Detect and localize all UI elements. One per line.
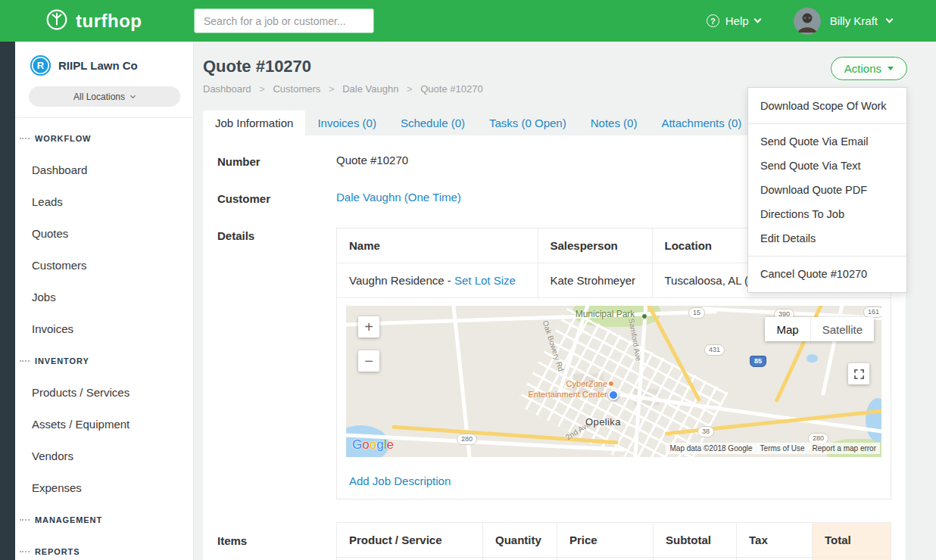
- sidebar-section-label: REPORTS: [35, 547, 80, 556]
- city-label: Opelika: [585, 416, 621, 428]
- tab-attachments[interactable]: Attachments (0): [649, 110, 753, 135]
- items-table-row: [337, 558, 891, 560]
- search-input[interactable]: [194, 8, 374, 33]
- route-shield: 15: [688, 307, 705, 319]
- sidebar-section-management: MANAGEMENT: [15, 504, 193, 536]
- dashes-icon: [20, 551, 30, 552]
- menu-item-download-quote-pdf[interactable]: Download Quote PDF: [748, 178, 906, 202]
- fullscreen-icon: [854, 369, 864, 379]
- number-label: Number: [217, 154, 336, 168]
- sidebar-item-jobs[interactable]: Jobs: [15, 282, 193, 313]
- chevron-down-icon: [753, 16, 761, 23]
- terms-of-use-link[interactable]: Terms of Use: [760, 444, 805, 453]
- breadcrumb-separator: >: [259, 83, 265, 95]
- top-bar: turfhop ? Help Billy Kraft: [0, 0, 936, 42]
- items-row: Items Product / Service Quantity Price S…: [203, 522, 906, 560]
- property-name: Vaughn Residence -: [349, 274, 451, 287]
- menu-divider: [748, 123, 906, 124]
- sidebar-item-assets-equipment[interactable]: Assets / Equipment: [15, 409, 193, 440]
- poi-icon: [608, 381, 614, 387]
- items-header-tax: Tax: [737, 523, 813, 558]
- main-content: Quote #10270 Dashboard > Customers > Dal…: [194, 42, 936, 560]
- menu-item-download-scope-of-work[interactable]: Download Scope Of Work: [748, 94, 906, 118]
- tab-job-information[interactable]: Job Information: [203, 110, 305, 135]
- plus-icon: +: [364, 319, 373, 336]
- report-map-error-link[interactable]: Report a map error: [813, 444, 876, 453]
- brand-name: turfhop: [76, 11, 142, 32]
- dashes-icon: [20, 519, 30, 521]
- park-label: Municipal Park: [575, 309, 635, 319]
- help-label: Help: [725, 14, 749, 27]
- breadcrumb-customers[interactable]: Customers: [273, 83, 320, 95]
- add-job-description-row: Add Job Description: [337, 465, 891, 499]
- google-map[interactable]: Municipal Park Samford Ave Oak Bowery Rd…: [346, 306, 881, 457]
- tab-tasks[interactable]: Tasks (0 Open): [477, 110, 579, 135]
- set-lot-size-link[interactable]: Set Lot Size: [454, 274, 516, 287]
- sidebar-section-workflow: WORKFLOW: [15, 123, 193, 154]
- sidebar-item-dashboard[interactable]: Dashboard: [15, 154, 193, 186]
- sidebar-item-invoices[interactable]: Invoices: [15, 313, 193, 345]
- map-view-button[interactable]: Map: [765, 317, 810, 341]
- menu-item-directions-to-job[interactable]: Directions To Job: [748, 202, 906, 226]
- breadcrumb-dashboard[interactable]: Dashboard: [203, 83, 251, 95]
- menu-item-send-quote-via-text[interactable]: Send Quote Via Text: [748, 154, 906, 178]
- actions-dropdown-menu: Download Scope Of Work Send Quote Via Em…: [747, 87, 907, 293]
- turfhop-logo-icon: [45, 8, 68, 34]
- sidebar-edge-strip: [0, 42, 15, 560]
- google-logo[interactable]: Google: [352, 437, 394, 453]
- add-job-description-link[interactable]: Add Job Description: [349, 474, 451, 487]
- actions-button[interactable]: Actions: [831, 57, 907, 80]
- location-filter-dropdown[interactable]: All Locations: [29, 86, 180, 107]
- breadcrumb-separator: >: [329, 83, 335, 95]
- items-header-quantity: Quantity: [483, 523, 557, 558]
- breadcrumb-current: Quote #10270: [420, 83, 482, 95]
- breadcrumb-separator: >: [407, 83, 413, 95]
- water-area: [866, 398, 881, 442]
- brand[interactable]: turfhop: [0, 8, 194, 34]
- details-header-salesperson: Salesperson: [538, 229, 652, 263]
- breadcrumb-dale-vaughn[interactable]: Dale Vaughn: [342, 83, 398, 95]
- tab-invoices[interactable]: Invoices (0): [305, 110, 388, 135]
- items-header-total: Total: [813, 523, 891, 558]
- interstate-shield: 85: [750, 356, 766, 367]
- sidebar-item-customers[interactable]: Customers: [15, 250, 193, 282]
- tab-schedule[interactable]: Schedule (0): [388, 110, 477, 135]
- chevron-down-icon: [886, 16, 894, 23]
- sidebar-item-expenses[interactable]: Expenses: [15, 472, 193, 504]
- dashes-icon: [20, 360, 30, 362]
- company-row[interactable]: R RIIPL Lawn Co: [26, 55, 183, 76]
- sidebar-section-inventory: INVENTORY: [15, 345, 193, 377]
- menu-item-send-quote-via-email[interactable]: Send Quote Via Email: [748, 129, 906, 154]
- route-shield: 161: [863, 306, 881, 318]
- company-logo-icon: R: [30, 55, 51, 76]
- poi-label-line2: Entertainment Center: [528, 389, 607, 400]
- poi-label: CyberZone Entertainment Center: [528, 378, 607, 400]
- menu-item-edit-details[interactable]: Edit Details: [748, 226, 906, 250]
- sidebar-item-quotes[interactable]: Quotes: [15, 218, 193, 250]
- user-menu[interactable]: Billy Kraft: [794, 8, 892, 35]
- zoom-in-button[interactable]: +: [358, 316, 379, 338]
- sidebar-item-leads[interactable]: Leads: [15, 186, 193, 218]
- company-name: RIIPL Lawn Co: [58, 59, 138, 72]
- sidebar-item-products-services[interactable]: Products / Services: [15, 377, 193, 409]
- satellite-view-button[interactable]: Satellite: [810, 317, 874, 341]
- help-menu[interactable]: ? Help: [707, 14, 760, 27]
- sidebar-section-label: MANAGEMENT: [35, 515, 102, 524]
- tab-notes[interactable]: Notes (0): [579, 110, 650, 135]
- customer-name-link[interactable]: Dale Vaughn: [336, 191, 401, 204]
- map-type-control: Map Satellite: [765, 317, 874, 341]
- route-shield: 431: [704, 344, 725, 356]
- map-marker[interactable]: [608, 390, 619, 400]
- sidebar-nav: WORKFLOW Dashboard Leads Quotes Customer…: [15, 118, 193, 560]
- customer-type-link[interactable]: (One Time): [404, 191, 461, 204]
- sidebar-item-vendors[interactable]: Vendors: [15, 440, 193, 472]
- menu-item-cancel-quote[interactable]: Cancel Quote #10270: [748, 262, 906, 286]
- road: [346, 310, 717, 326]
- route-shield: 280: [457, 434, 477, 445]
- caret-down-icon: [888, 67, 894, 70]
- details-header-name: Name: [337, 229, 538, 263]
- zoom-out-button[interactable]: −: [358, 350, 379, 372]
- sidebar-section-label: WORKFLOW: [35, 134, 91, 143]
- fullscreen-button[interactable]: [848, 363, 869, 384]
- sidebar-section-label: INVENTORY: [35, 356, 89, 366]
